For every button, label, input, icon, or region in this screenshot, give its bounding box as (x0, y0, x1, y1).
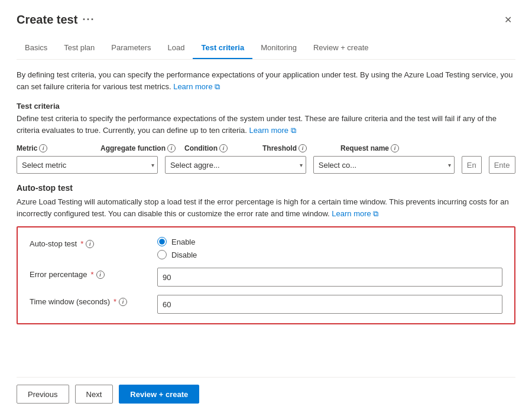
condition-select[interactable]: Select co... (313, 156, 455, 174)
error-pct-input-wrapper (157, 268, 502, 287)
autostop-external-link-icon: ⧉ (373, 209, 378, 218)
title-dots: ··· (82, 14, 95, 26)
autostop-radio-group: Enable Disable (157, 237, 502, 259)
next-button[interactable]: Next (75, 385, 113, 404)
autostop-title: Auto-stop test (17, 183, 515, 193)
metric-col-header: Metric i (17, 144, 93, 152)
external-link-icon: ⧉ (215, 82, 220, 91)
tab-test-criteria[interactable]: Test criteria (193, 37, 252, 59)
tab-monitoring[interactable]: Monitoring (252, 37, 305, 59)
request-name-col-header: Request name i (340, 144, 435, 152)
aggr-select-wrapper: Select aggre... ▾ (165, 156, 306, 174)
time-window-required-mark: * (113, 297, 116, 306)
time-window-info-icon[interactable]: i (119, 298, 127, 306)
aggr-info-icon[interactable]: i (167, 144, 176, 152)
request-name-info-icon[interactable]: i (391, 144, 399, 152)
tab-bar: Basics Test plan Parameters Load Test cr… (17, 37, 515, 60)
tab-basics[interactable]: Basics (17, 37, 56, 59)
autostop-disable-radio[interactable] (157, 250, 167, 259)
criteria-input-row: Select metric ▾ Select aggre... ▾ Select… (17, 156, 515, 174)
dialog-header: Create test ··· ✕ (17, 12, 515, 28)
condition-info-icon[interactable]: i (219, 144, 228, 152)
autostop-enable-radio[interactable] (157, 237, 167, 246)
close-button[interactable]: ✕ (501, 12, 515, 28)
autostop-options: Enable Disable (157, 237, 502, 259)
threshold-input-wrapper (462, 156, 482, 174)
metric-select[interactable]: Select metric (17, 156, 158, 174)
error-pct-row: Error percentage * i (30, 268, 502, 287)
close-icon: ✕ (504, 14, 512, 25)
autostop-info-icon[interactable]: i (86, 240, 94, 248)
dialog-title: Create test ··· (17, 13, 95, 27)
tab-load[interactable]: Load (160, 37, 193, 59)
error-pct-required-mark: * (91, 270, 94, 279)
threshold-info-icon[interactable]: i (299, 144, 307, 152)
autostop-learn-more-link[interactable]: Learn more ⧉ (332, 209, 378, 218)
autostop-disable-label: Disable (171, 251, 197, 259)
tab-review-create[interactable]: Review + create (305, 37, 377, 59)
test-criteria-desc: Define test criteria to specify the perf… (17, 113, 515, 136)
autostop-enable-row: Auto-stop test * i Enable Disable (30, 237, 502, 259)
metric-select-wrapper: Select metric ▾ (17, 156, 158, 174)
threshold-col-header: Threshold i (262, 144, 333, 152)
previous-button[interactable]: Previous (17, 385, 69, 404)
autostop-enable-label: Enable (171, 238, 195, 246)
error-pct-input[interactable] (157, 268, 502, 287)
main-content: By defining test criteria, you can speci… (17, 69, 515, 377)
autostop-box: Auto-stop test * i Enable Disable (17, 226, 515, 324)
intro-paragraph: By defining test criteria, you can speci… (17, 69, 515, 92)
autostop-desc: Azure Load Testing will automatically st… (17, 196, 515, 219)
intro-learn-more-link[interactable]: Learn more ⧉ (173, 82, 220, 91)
aggr-col-header: Aggregate function i (100, 144, 177, 152)
dialog-footer: Previous Next Review + create (17, 377, 515, 413)
criteria-learn-more-link[interactable]: Learn more ⧉ (249, 126, 296, 135)
autostop-disable-option[interactable]: Disable (157, 250, 502, 259)
criteria-external-link-icon: ⧉ (291, 126, 296, 135)
autostop-label: Auto-stop test * i (30, 237, 148, 248)
test-criteria-title: Test criteria (17, 102, 515, 110)
time-window-row: Time window (seconds) * i (30, 295, 502, 314)
request-name-input-wrapper (489, 156, 515, 174)
autostop-required-mark: * (80, 239, 83, 248)
criteria-header-row: Metric i Aggregate function i Condition … (17, 144, 515, 152)
aggr-select[interactable]: Select aggre... (165, 156, 306, 174)
error-pct-label: Error percentage * i (30, 268, 148, 279)
intro-text: By defining test criteria, you can speci… (17, 70, 512, 91)
time-window-label: Time window (seconds) * i (30, 295, 148, 306)
review-create-button[interactable]: Review + create (119, 385, 199, 404)
tab-test-plan[interactable]: Test plan (56, 37, 103, 59)
request-name-input[interactable] (489, 156, 515, 174)
condition-col-header: Condition i (184, 144, 255, 152)
condition-select-wrapper: Select co... ▾ (313, 156, 455, 174)
threshold-input[interactable] (462, 156, 482, 174)
error-pct-info-icon[interactable]: i (96, 271, 105, 279)
metric-info-icon[interactable]: i (39, 144, 47, 152)
time-window-input-wrapper (157, 295, 502, 314)
create-test-dialog: Create test ··· ✕ Basics Test plan Param… (0, 0, 532, 413)
autostop-enable-option[interactable]: Enable (157, 237, 502, 246)
tab-parameters[interactable]: Parameters (103, 37, 159, 59)
title-text: Create test (17, 13, 77, 27)
time-window-input[interactable] (157, 295, 502, 314)
